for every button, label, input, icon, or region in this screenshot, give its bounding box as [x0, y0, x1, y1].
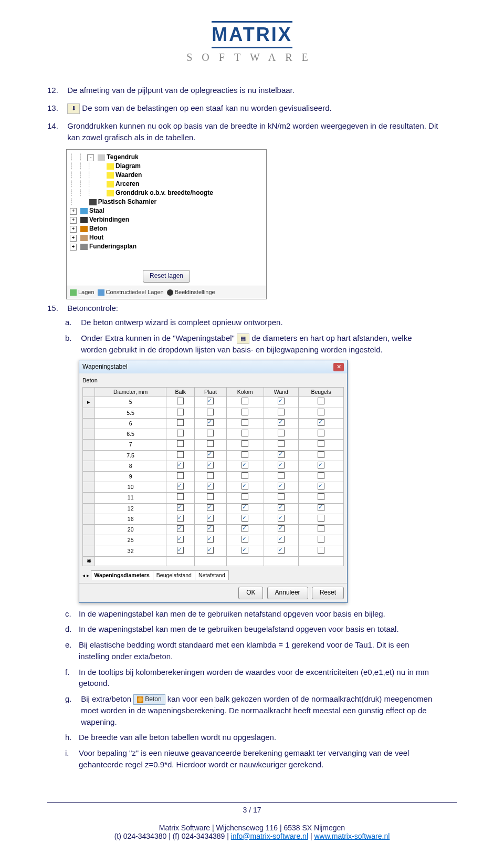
checkbox-cell[interactable]	[264, 482, 298, 493]
diameter-cell[interactable]: 32	[95, 546, 166, 556]
expand-icon[interactable]: +	[70, 217, 77, 224]
checkbox-cell[interactable]	[195, 429, 226, 440]
checkbox-cell[interactable]	[226, 418, 264, 429]
checkbox-cell[interactable]	[264, 429, 298, 440]
checkbox-cell[interactable]	[298, 418, 343, 429]
checkbox[interactable]	[177, 430, 184, 436]
checkbox[interactable]	[177, 547, 184, 554]
checkbox[interactable]	[207, 440, 214, 447]
checkbox-cell[interactable]	[226, 471, 264, 482]
checkbox[interactable]	[177, 493, 184, 500]
checkbox-cell[interactable]	[226, 408, 264, 418]
checkbox[interactable]	[278, 419, 285, 426]
checkbox[interactable]	[278, 504, 285, 511]
checkbox-cell[interactable]	[226, 525, 264, 535]
checkbox-cell[interactable]	[166, 471, 195, 482]
checkbox-cell[interactable]	[298, 535, 343, 546]
checkbox[interactable]	[207, 525, 214, 532]
diameter-cell[interactable]: 8	[95, 461, 166, 471]
checkbox[interactable]	[318, 440, 324, 447]
checkbox[interactable]	[318, 483, 324, 490]
expand-icon[interactable]: +	[70, 226, 77, 233]
checkbox-cell[interactable]	[166, 429, 195, 440]
checkbox-cell[interactable]	[264, 397, 298, 408]
checkbox[interactable]	[177, 398, 184, 404]
checkbox[interactable]	[242, 440, 248, 447]
checkbox-cell[interactable]	[226, 503, 264, 514]
checkbox-cell[interactable]	[264, 546, 298, 556]
tree-item[interactable]: ┊ ┊ -Tegendruk	[70, 153, 263, 162]
expand-icon[interactable]: -	[87, 154, 94, 161]
checkbox[interactable]	[278, 493, 285, 500]
diameter-cell[interactable]: 10	[95, 482, 166, 493]
checkbox[interactable]	[318, 398, 324, 404]
checkbox[interactable]	[318, 451, 324, 458]
checkbox[interactable]	[177, 419, 184, 426]
expand-icon[interactable]: +	[70, 208, 77, 215]
checkbox-cell[interactable]	[264, 535, 298, 546]
checkbox[interactable]	[207, 472, 214, 479]
checkbox[interactable]	[278, 536, 285, 543]
checkbox[interactable]	[177, 515, 184, 522]
checkbox-cell[interactable]	[298, 482, 343, 493]
checkbox-cell[interactable]	[264, 493, 298, 503]
checkbox-cell[interactable]	[195, 514, 226, 524]
checkbox[interactable]	[177, 472, 184, 479]
checkbox[interactable]	[207, 462, 214, 468]
checkbox-cell[interactable]	[226, 429, 264, 440]
checkbox-cell[interactable]	[166, 525, 195, 535]
checkbox-cell[interactable]	[264, 418, 298, 429]
checkbox-cell[interactable]	[166, 397, 195, 408]
diameter-cell[interactable]: 7.5	[95, 450, 166, 461]
checkbox-cell[interactable]	[264, 503, 298, 514]
checkbox-cell[interactable]	[264, 408, 298, 418]
checkbox-cell[interactable]	[166, 546, 195, 556]
checkbox-cell[interactable]	[195, 440, 226, 450]
checkbox-cell[interactable]	[298, 514, 343, 524]
checkbox[interactable]	[318, 462, 324, 468]
checkbox[interactable]	[278, 398, 285, 404]
checkbox-cell[interactable]	[226, 397, 264, 408]
tree-item[interactable]: ┊ Plastisch Scharnier	[70, 197, 263, 206]
diameter-cell[interactable]: 9	[95, 471, 166, 482]
tab-beeldinstellingen[interactable]: Beeldinstellinge	[167, 288, 215, 297]
checkbox[interactable]	[278, 409, 285, 415]
diameter-cell[interactable]: 12	[95, 503, 166, 514]
checkbox[interactable]	[278, 547, 285, 554]
checkbox-cell[interactable]	[195, 482, 226, 493]
checkbox[interactable]	[242, 536, 248, 543]
checkbox[interactable]	[207, 409, 214, 415]
reset-button[interactable]: Reset	[312, 587, 344, 599]
checkbox-cell[interactable]	[264, 514, 298, 524]
checkbox[interactable]	[177, 462, 184, 468]
checkbox[interactable]	[278, 525, 285, 532]
checkbox-cell[interactable]	[226, 546, 264, 556]
diameter-cell[interactable]: 25	[95, 535, 166, 546]
checkbox-cell[interactable]	[226, 440, 264, 450]
checkbox[interactable]	[207, 504, 214, 511]
checkbox[interactable]	[207, 398, 214, 404]
checkbox[interactable]	[177, 451, 184, 458]
add-row-icon[interactable]: ✱	[83, 556, 95, 566]
checkbox[interactable]	[207, 547, 214, 554]
checkbox-cell[interactable]	[195, 418, 226, 429]
diameter-cell[interactable]: 7	[95, 440, 166, 450]
checkbox-cell[interactable]	[195, 525, 226, 535]
checkbox-cell[interactable]	[195, 503, 226, 514]
checkbox[interactable]	[207, 536, 214, 543]
checkbox-cell[interactable]	[264, 471, 298, 482]
checkbox-cell[interactable]	[226, 461, 264, 471]
diameter-cell[interactable]: 5.5	[95, 408, 166, 418]
tab-wapeningsdiameters[interactable]: Wapeningsdiameters	[91, 570, 153, 580]
checkbox[interactable]	[177, 525, 184, 532]
checkbox[interactable]	[318, 419, 324, 426]
checkbox[interactable]	[278, 451, 285, 458]
expand-icon[interactable]: +	[70, 244, 77, 251]
checkbox-cell[interactable]	[195, 461, 226, 471]
checkbox[interactable]	[318, 430, 324, 436]
checkbox-cell[interactable]	[298, 503, 343, 514]
checkbox[interactable]	[242, 451, 248, 458]
checkbox[interactable]	[278, 440, 285, 447]
checkbox[interactable]	[278, 483, 285, 490]
checkbox-cell[interactable]	[226, 493, 264, 503]
